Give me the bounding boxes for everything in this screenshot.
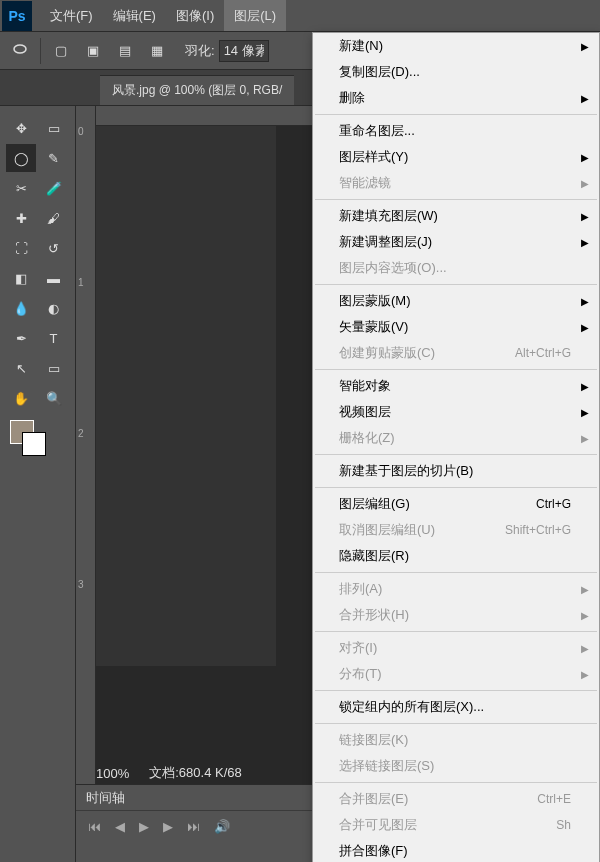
lasso-tool-icon[interactable]: ◯ <box>6 144 36 172</box>
menu-2[interactable]: 图像(I) <box>166 0 224 31</box>
menu-item[interactable]: 新建调整图层(J)▶ <box>313 229 599 255</box>
dodge-tool-icon[interactable]: ◐ <box>39 294 69 322</box>
menu-separator <box>315 284 597 285</box>
menu-item[interactable]: 矢量蒙版(V)▶ <box>313 314 599 340</box>
submenu-arrow-icon: ▶ <box>581 584 589 595</box>
feather-control: 羽化: <box>185 40 269 62</box>
shortcut-label: Alt+Ctrl+G <box>515 346 571 360</box>
document-tab[interactable]: 风景.jpg @ 100% (图层 0, RGB/ <box>100 75 294 105</box>
submenu-arrow-icon: ▶ <box>581 610 589 621</box>
background-swatch[interactable] <box>22 432 46 456</box>
submenu-arrow-icon: ▶ <box>581 237 589 248</box>
next-frame-icon[interactable]: ▶ <box>163 819 173 834</box>
separator <box>40 38 41 64</box>
menu-item[interactable]: 新建(N)▶ <box>313 33 599 59</box>
submenu-arrow-icon: ▶ <box>581 643 589 654</box>
menu-item: 对齐(I)▶ <box>313 635 599 661</box>
menu-item[interactable]: 隐藏图层(R) <box>313 543 599 569</box>
menu-item[interactable]: 复制图层(D)... <box>313 59 599 85</box>
last-frame-icon[interactable]: ⏭ <box>187 819 200 834</box>
menu-item[interactable]: 智能对象▶ <box>313 373 599 399</box>
history-brush-tool-icon[interactable]: ↺ <box>39 234 69 262</box>
menu-item[interactable]: 图层样式(Y)▶ <box>313 144 599 170</box>
canvas[interactable] <box>96 126 276 666</box>
type-tool-icon[interactable]: T <box>39 324 69 352</box>
crop-tool-icon[interactable]: ✂ <box>6 174 36 202</box>
healing-tool-icon[interactable]: ✚ <box>6 204 36 232</box>
submenu-arrow-icon: ▶ <box>581 211 589 222</box>
status-bar: 100% 文档:680.4 K/68 <box>96 762 242 784</box>
hand-tool-icon[interactable]: ✋ <box>6 384 36 412</box>
menu-item: 排列(A)▶ <box>313 576 599 602</box>
submenu-arrow-icon: ▶ <box>581 178 589 189</box>
menu-item: 合并可见图层Sh <box>313 812 599 838</box>
menu-separator <box>315 782 597 783</box>
quickselect-tool-icon[interactable]: ✎ <box>39 144 69 172</box>
submenu-arrow-icon: ▶ <box>581 152 589 163</box>
menu-1[interactable]: 编辑(E) <box>103 0 166 31</box>
submenu-arrow-icon: ▶ <box>581 322 589 333</box>
layer-menu-dropdown: 新建(N)▶复制图层(D)...删除▶重命名图层...图层样式(Y)▶智能滤镜▶… <box>312 32 600 862</box>
path-tool-icon[interactable]: ↖ <box>6 354 36 382</box>
app-logo: Ps <box>2 1 32 31</box>
pen-tool-icon[interactable]: ✒ <box>6 324 36 352</box>
menu-3[interactable]: 图层(L) <box>224 0 286 31</box>
menu-item[interactable]: 图层编组(G)Ctrl+G <box>313 491 599 517</box>
blur-tool-icon[interactable]: 💧 <box>6 294 36 322</box>
submenu-arrow-icon: ▶ <box>581 381 589 392</box>
menu-0[interactable]: 文件(F) <box>40 0 103 31</box>
menu-item[interactable]: 新建基于图层的切片(B) <box>313 458 599 484</box>
menu-item: 合并图层(E)Ctrl+E <box>313 786 599 812</box>
submenu-arrow-icon: ▶ <box>581 407 589 418</box>
zoom-tool-icon[interactable]: 🔍 <box>39 384 69 412</box>
svg-point-0 <box>14 45 26 53</box>
feather-input[interactable] <box>219 40 269 62</box>
feather-label: 羽化: <box>185 42 215 60</box>
sel-intersect-icon[interactable]: ▦ <box>145 39 169 63</box>
menu-item: 取消图层编组(U)Shift+Ctrl+G <box>313 517 599 543</box>
menu-item[interactable]: 图层蒙版(M)▶ <box>313 288 599 314</box>
menu-item[interactable]: 视频图层▶ <box>313 399 599 425</box>
menu-item[interactable]: 拼合图像(F) <box>313 838 599 862</box>
menu-item: 分布(T)▶ <box>313 661 599 687</box>
play-icon[interactable]: ▶ <box>139 819 149 834</box>
menu-item: 智能滤镜▶ <box>313 170 599 196</box>
menu-item: 栅格化(Z)▶ <box>313 425 599 451</box>
color-swatches[interactable] <box>0 420 75 460</box>
menu-separator <box>315 631 597 632</box>
menu-item[interactable]: 新建填充图层(W)▶ <box>313 203 599 229</box>
menu-item[interactable]: 重命名图层... <box>313 118 599 144</box>
menu-separator <box>315 487 597 488</box>
sel-sub-icon[interactable]: ▤ <box>113 39 137 63</box>
audio-icon[interactable]: 🔊 <box>214 819 230 834</box>
shape-tool-icon[interactable]: ▭ <box>39 354 69 382</box>
doc-size: 文档:680.4 K/68 <box>149 764 242 782</box>
gradient-tool-icon[interactable]: ▬ <box>39 264 69 292</box>
shortcut-label: Shift+Ctrl+G <box>505 523 571 537</box>
shortcut-label: Sh <box>556 818 571 832</box>
shortcut-label: Ctrl+E <box>537 792 571 806</box>
sel-add-icon[interactable]: ▣ <box>81 39 105 63</box>
zoom-level[interactable]: 100% <box>96 766 129 781</box>
lasso-icon[interactable] <box>8 39 32 63</box>
shortcut-label: Ctrl+G <box>536 497 571 511</box>
brush-tool-icon[interactable]: 🖌 <box>39 204 69 232</box>
submenu-arrow-icon: ▶ <box>581 93 589 104</box>
marquee-tool-icon[interactable]: ▭ <box>39 114 69 142</box>
menu-separator <box>315 454 597 455</box>
first-frame-icon[interactable]: ⏮ <box>88 819 101 834</box>
menubar: Ps 文件(F)编辑(E)图像(I)图层(L) <box>0 0 600 32</box>
ruler-vertical: 0 1 2 3 <box>76 106 96 822</box>
eyedropper-tool-icon[interactable]: 🧪 <box>39 174 69 202</box>
submenu-arrow-icon: ▶ <box>581 669 589 680</box>
menu-item[interactable]: 锁定组内的所有图层(X)... <box>313 694 599 720</box>
tools-panel: ✥ ▭ ◯ ✎ ✂ 🧪 ✚ 🖌 ⛶ ↺ ◧ ▬ 💧 ◐ ✒ T ↖ ▭ ✋ 🔍 <box>0 106 76 862</box>
eraser-tool-icon[interactable]: ◧ <box>6 264 36 292</box>
prev-frame-icon[interactable]: ◀ <box>115 819 125 834</box>
sel-new-icon[interactable]: ▢ <box>49 39 73 63</box>
move-tool-icon[interactable]: ✥ <box>6 114 36 142</box>
stamp-tool-icon[interactable]: ⛶ <box>6 234 36 262</box>
menu-separator <box>315 369 597 370</box>
menu-separator <box>315 723 597 724</box>
menu-item[interactable]: 删除▶ <box>313 85 599 111</box>
